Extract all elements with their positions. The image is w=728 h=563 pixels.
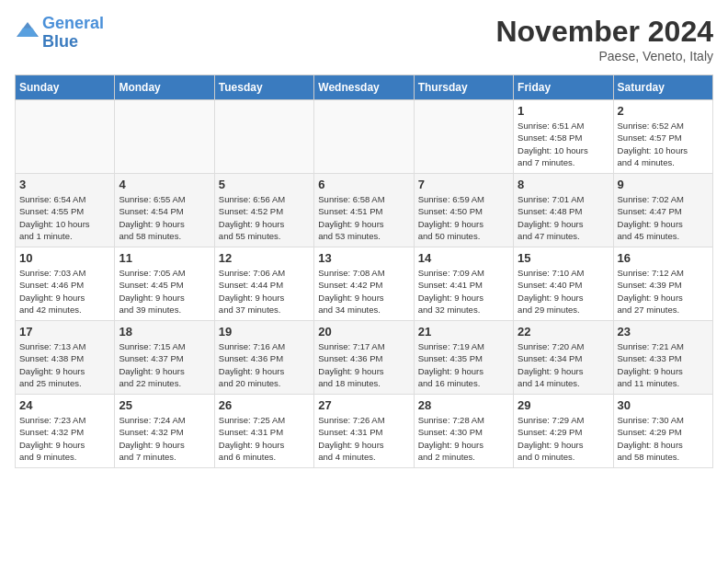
day-number: 8 (518, 178, 609, 191)
day-number: 12 (219, 251, 310, 265)
day-info: Sunrise: 6:59 AM Sunset: 4:50 PM Dayligh… (418, 193, 509, 242)
calendar-cell: 16Sunrise: 7:12 AM Sunset: 4:39 PM Dayli… (613, 247, 712, 321)
day-number: 6 (318, 178, 409, 191)
day-info: Sunrise: 7:10 AM Sunset: 4:40 PM Dayligh… (518, 267, 609, 316)
day-info: Sunrise: 7:16 AM Sunset: 4:36 PM Dayligh… (219, 340, 310, 389)
day-number: 28 (418, 398, 509, 412)
day-info: Sunrise: 7:26 AM Sunset: 4:31 PM Dayligh… (318, 414, 409, 463)
weekday-header-thursday: Thursday (414, 75, 513, 100)
day-number: 26 (219, 398, 310, 412)
day-number: 7 (418, 178, 509, 191)
day-info: Sunrise: 7:01 AM Sunset: 4:48 PM Dayligh… (518, 193, 609, 242)
day-info: Sunrise: 6:55 AM Sunset: 4:54 PM Dayligh… (119, 193, 210, 242)
calendar-cell: 9Sunrise: 7:02 AM Sunset: 4:47 PM Daylig… (613, 174, 712, 247)
calendar-cell: 4Sunrise: 6:55 AM Sunset: 4:54 PM Daylig… (115, 174, 214, 247)
calendar-table: SundayMondayTuesdayWednesdayThursdayFrid… (15, 75, 713, 468)
day-number: 3 (19, 178, 110, 191)
day-number: 17 (19, 325, 110, 339)
week-row-2: 3Sunrise: 6:54 AM Sunset: 4:55 PM Daylig… (16, 174, 713, 247)
week-row-3: 10Sunrise: 7:03 AM Sunset: 4:46 PM Dayli… (16, 247, 713, 321)
weekday-header-monday: Monday (115, 75, 214, 100)
calendar-cell: 13Sunrise: 7:08 AM Sunset: 4:42 PM Dayli… (314, 247, 414, 321)
calendar-cell: 18Sunrise: 7:15 AM Sunset: 4:37 PM Dayli… (115, 321, 214, 395)
day-info: Sunrise: 7:15 AM Sunset: 4:37 PM Dayligh… (119, 340, 210, 389)
calendar-cell: 12Sunrise: 7:06 AM Sunset: 4:44 PM Dayli… (214, 247, 313, 321)
calendar-cell: 11Sunrise: 7:05 AM Sunset: 4:45 PM Dayli… (115, 247, 214, 321)
weekday-header-saturday: Saturday (613, 75, 712, 100)
day-number: 15 (518, 251, 609, 265)
calendar-cell: 27Sunrise: 7:26 AM Sunset: 4:31 PM Dayli… (314, 395, 414, 468)
calendar-cell: 25Sunrise: 7:24 AM Sunset: 4:32 PM Dayli… (115, 395, 214, 468)
day-info: Sunrise: 7:13 AM Sunset: 4:38 PM Dayligh… (19, 340, 110, 389)
calendar-cell: 10Sunrise: 7:03 AM Sunset: 4:46 PM Dayli… (16, 247, 115, 321)
day-number: 9 (618, 178, 709, 191)
calendar-cell (414, 100, 513, 174)
day-info: Sunrise: 7:03 AM Sunset: 4:46 PM Dayligh… (19, 267, 110, 316)
day-number: 18 (119, 325, 210, 339)
calendar-cell: 8Sunrise: 7:01 AM Sunset: 4:48 PM Daylig… (514, 174, 613, 247)
calendar-header: SundayMondayTuesdayWednesdayThursdayFrid… (16, 75, 713, 100)
calendar-cell: 22Sunrise: 7:20 AM Sunset: 4:34 PM Dayli… (514, 321, 613, 395)
day-number: 19 (219, 325, 310, 339)
day-number: 14 (418, 251, 509, 265)
calendar-cell: 26Sunrise: 7:25 AM Sunset: 4:31 PM Dayli… (214, 395, 313, 468)
calendar-cell: 2Sunrise: 6:52 AM Sunset: 4:57 PM Daylig… (613, 100, 712, 174)
day-number: 23 (618, 325, 709, 339)
day-number: 4 (119, 178, 210, 191)
day-number: 30 (618, 398, 709, 412)
day-info: Sunrise: 7:19 AM Sunset: 4:35 PM Dayligh… (418, 340, 509, 389)
logo-blue: Blue (42, 32, 78, 51)
calendar-cell (16, 100, 115, 174)
day-number: 24 (19, 398, 110, 412)
calendar-cell: 29Sunrise: 7:29 AM Sunset: 4:29 PM Dayli… (514, 395, 613, 468)
calendar-cell: 7Sunrise: 6:59 AM Sunset: 4:50 PM Daylig… (414, 174, 513, 247)
calendar-cell (214, 100, 313, 174)
calendar-cell (314, 100, 414, 174)
day-info: Sunrise: 7:02 AM Sunset: 4:47 PM Dayligh… (618, 193, 709, 242)
calendar-body: 1Sunrise: 6:51 AM Sunset: 4:58 PM Daylig… (16, 100, 713, 468)
weekday-header-wednesday: Wednesday (314, 75, 414, 100)
day-number: 2 (618, 104, 709, 118)
weekday-row: SundayMondayTuesdayWednesdayThursdayFrid… (16, 75, 713, 100)
day-number: 5 (219, 178, 310, 191)
day-info: Sunrise: 7:05 AM Sunset: 4:45 PM Dayligh… (119, 267, 210, 316)
calendar-cell: 5Sunrise: 6:56 AM Sunset: 4:52 PM Daylig… (214, 174, 313, 247)
month-title: November 2024 (495, 15, 713, 49)
day-info: Sunrise: 7:08 AM Sunset: 4:42 PM Dayligh… (318, 267, 409, 316)
calendar-cell: 15Sunrise: 7:10 AM Sunset: 4:40 PM Dayli… (514, 247, 613, 321)
day-info: Sunrise: 7:21 AM Sunset: 4:33 PM Dayligh… (618, 340, 709, 389)
calendar-cell: 21Sunrise: 7:19 AM Sunset: 4:35 PM Dayli… (414, 321, 513, 395)
page-header: General Blue November 2024 Paese, Veneto… (15, 15, 713, 63)
day-info: Sunrise: 7:30 AM Sunset: 4:29 PM Dayligh… (618, 414, 709, 463)
calendar-cell: 1Sunrise: 6:51 AM Sunset: 4:58 PM Daylig… (514, 100, 613, 174)
logo: General Blue (15, 15, 104, 52)
day-info: Sunrise: 7:09 AM Sunset: 4:41 PM Dayligh… (418, 267, 509, 316)
week-row-5: 24Sunrise: 7:23 AM Sunset: 4:32 PM Dayli… (16, 395, 713, 468)
day-info: Sunrise: 7:17 AM Sunset: 4:36 PM Dayligh… (318, 340, 409, 389)
day-number: 20 (318, 325, 409, 339)
day-info: Sunrise: 7:29 AM Sunset: 4:29 PM Dayligh… (518, 414, 609, 463)
weekday-header-sunday: Sunday (16, 75, 115, 100)
weekday-header-friday: Friday (514, 75, 613, 100)
calendar-cell: 19Sunrise: 7:16 AM Sunset: 4:36 PM Dayli… (214, 321, 313, 395)
day-info: Sunrise: 6:56 AM Sunset: 4:52 PM Dayligh… (219, 193, 310, 242)
svg-marker-1 (18, 28, 38, 37)
day-number: 11 (119, 251, 210, 265)
day-info: Sunrise: 6:52 AM Sunset: 4:57 PM Dayligh… (618, 120, 709, 168)
day-number: 13 (318, 251, 409, 265)
day-info: Sunrise: 7:12 AM Sunset: 4:39 PM Dayligh… (618, 267, 709, 316)
day-info: Sunrise: 6:58 AM Sunset: 4:51 PM Dayligh… (318, 193, 409, 242)
week-row-4: 17Sunrise: 7:13 AM Sunset: 4:38 PM Dayli… (16, 321, 713, 395)
location-subtitle: Paese, Veneto, Italy (495, 49, 713, 63)
logo-general: General (42, 14, 104, 32)
calendar-cell: 23Sunrise: 7:21 AM Sunset: 4:33 PM Dayli… (613, 321, 712, 395)
day-info: Sunrise: 7:23 AM Sunset: 4:32 PM Dayligh… (19, 414, 110, 463)
day-info: Sunrise: 6:54 AM Sunset: 4:55 PM Dayligh… (19, 193, 110, 242)
day-info: Sunrise: 7:28 AM Sunset: 4:30 PM Dayligh… (418, 414, 509, 463)
day-info: Sunrise: 7:25 AM Sunset: 4:31 PM Dayligh… (219, 414, 310, 463)
day-number: 22 (518, 325, 609, 339)
title-block: November 2024 Paese, Veneto, Italy (495, 15, 713, 63)
calendar-cell: 3Sunrise: 6:54 AM Sunset: 4:55 PM Daylig… (16, 174, 115, 247)
week-row-1: 1Sunrise: 6:51 AM Sunset: 4:58 PM Daylig… (16, 100, 713, 174)
calendar-cell: 24Sunrise: 7:23 AM Sunset: 4:32 PM Dayli… (16, 395, 115, 468)
